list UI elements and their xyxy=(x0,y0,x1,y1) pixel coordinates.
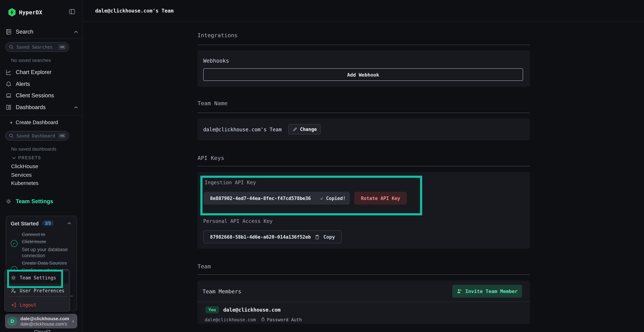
copied-indicator: ✓ Copied! xyxy=(320,196,346,201)
section-divider xyxy=(198,113,530,113)
invite-team-member-button[interactable]: Invite Team Member xyxy=(452,285,522,298)
team-members-label: Team Members xyxy=(202,288,241,295)
user-subtitle: dale@clickhouse.com's xyxy=(20,322,67,327)
search-icon xyxy=(9,134,14,138)
shortcut-badge: ⌘K xyxy=(58,44,66,50)
saved-dashboards-field[interactable] xyxy=(16,133,56,139)
preset-services[interactable]: Services xyxy=(11,172,32,178)
brand-title: HyperDX xyxy=(19,9,42,16)
add-webhook-label: Add Webhook xyxy=(347,72,379,78)
chart-icon xyxy=(5,69,12,76)
section-title-team-name: Team Name xyxy=(198,100,228,106)
preset-clickhouse[interactable]: ClickHouse xyxy=(11,163,38,169)
gear-icon xyxy=(5,198,12,205)
sidebar-item-dashboards[interactable]: Dashboards xyxy=(0,103,83,112)
menu-item-logout[interactable]: Logout xyxy=(6,299,68,311)
account-popup-menu: Team Settings User Preferences Logout xyxy=(4,270,70,312)
ingestion-api-key-chip[interactable]: 8e887902-4ed7-44ea-8fec-f47cd578be36 ✓ C… xyxy=(203,192,350,205)
hyperdx-logo-icon xyxy=(8,8,16,17)
menu-item-user-preferences[interactable]: User Preferences xyxy=(6,284,68,296)
shortcut-badge: ⌘K xyxy=(58,133,66,138)
get-started-progress-badge: 2/3 xyxy=(42,220,54,226)
saved-searches-field[interactable] xyxy=(16,44,56,50)
ingestion-api-key-value: 8e887902-4ed7-44ea-8fec-f47cd578be36 xyxy=(210,196,311,201)
logout-icon xyxy=(10,302,16,308)
sidebar-item-label: Client Sessions xyxy=(16,92,54,99)
get-started-item-subtitle: Set up your database connection xyxy=(22,246,73,259)
create-dashboard-button[interactable]: + Create Dashboard xyxy=(10,118,58,127)
get-started-item-title[interactable]: Connect to ClickHouse xyxy=(22,231,69,246)
webhooks-label: Webhooks xyxy=(203,58,229,64)
app-screen: HyperDX Search ⌘ xyxy=(0,0,644,332)
sidebar-item-label: Dashboards xyxy=(16,104,46,110)
member-email: dale@clickhouse.com xyxy=(205,317,256,322)
avatar: D xyxy=(8,316,17,326)
presets-label: PRESETS xyxy=(18,156,41,160)
menu-label: User Preferences xyxy=(20,288,64,293)
sidebar-divider xyxy=(0,38,83,39)
lock-icon xyxy=(260,316,266,322)
sidebar-divider xyxy=(0,115,83,116)
user-name: dale@clickhouse.com xyxy=(20,316,69,321)
invite-team-member-label: Invite Team Member xyxy=(465,288,518,294)
section-divider xyxy=(198,166,530,166)
check-circle-icon: ✓ xyxy=(11,240,18,247)
dashboard-grid-icon xyxy=(5,104,12,110)
bell-icon xyxy=(5,81,12,87)
add-webhook-button[interactable]: Add Webhook xyxy=(203,68,523,81)
sidebar-item-team-settings[interactable]: Team Settings xyxy=(0,197,83,206)
gear-icon xyxy=(10,274,16,281)
menu-label: Team Settings xyxy=(20,275,56,280)
plus-icon: + xyxy=(10,119,13,126)
sidebar-section-search[interactable]: Search xyxy=(0,27,83,36)
section-divider xyxy=(198,45,530,45)
card-divider xyxy=(198,302,530,302)
chevron-down-icon xyxy=(12,156,16,159)
member-auth-type: Password Auth xyxy=(267,317,302,322)
section-title-team: Team xyxy=(198,263,211,270)
team-name-value: dale@clickhouse.com's Team xyxy=(203,127,282,132)
get-started-item-title[interactable]: Create Data Sources xyxy=(22,260,79,267)
personal-api-key-label: Personal API Access Key xyxy=(203,218,273,224)
section-divider xyxy=(198,274,530,275)
clipboard-icon xyxy=(314,234,320,240)
sidebar-item-chart-explorer[interactable]: Chart Explorer xyxy=(0,68,83,77)
laptop-icon xyxy=(5,92,12,99)
rotate-api-key-button[interactable]: Rotate API Key xyxy=(354,192,407,205)
menu-item-team-settings[interactable]: Team Settings xyxy=(6,272,68,284)
sidebar-team-settings-label: Team Settings xyxy=(16,198,53,205)
collapse-sidebar-icon[interactable] xyxy=(69,8,76,15)
sidebar-search-label: Search xyxy=(16,28,33,35)
user-gear-icon xyxy=(10,288,16,294)
chevron-up-icon xyxy=(74,30,78,33)
page-title: dale@clickhouse.com's Team xyxy=(95,8,174,14)
rotate-api-key-label: Rotate API Key xyxy=(361,196,400,201)
section-title-integrations: Integrations xyxy=(198,32,238,39)
preset-kubernetes[interactable]: Kubernetes xyxy=(11,180,38,186)
sidebar-item-label: Alerts xyxy=(16,81,30,87)
change-label: Change xyxy=(300,127,317,132)
sidebar-item-alerts[interactable]: Alerts xyxy=(0,80,83,89)
saved-dashboards-input[interactable]: ⌘K xyxy=(5,131,69,140)
pencil-icon xyxy=(292,127,298,132)
chevron-up-icon xyxy=(74,106,78,108)
sidebar-item-label: Chart Explorer xyxy=(16,69,52,76)
you-badge: You xyxy=(205,306,219,314)
personal-api-key-chip[interactable]: 87982668-58b1-4d6e-a620-014a136f52eb Cop… xyxy=(203,230,342,243)
change-team-name-button[interactable]: Change xyxy=(288,124,320,134)
journal-search-icon xyxy=(5,28,12,35)
section-title-api-keys: API Keys xyxy=(198,155,224,161)
copy-button[interactable]: Copy xyxy=(324,234,335,240)
menu-divider xyxy=(8,296,67,296)
saved-searches-input[interactable]: ⌘K xyxy=(5,42,69,52)
ingestion-api-key-label: Ingestion API Key xyxy=(205,180,256,185)
chevron-up-icon[interactable] xyxy=(67,222,71,225)
no-saved-dashboards-text: No saved dashboards xyxy=(11,146,56,152)
sidebar-item-client-sessions[interactable]: Client Sessions xyxy=(0,91,83,100)
personal-api-key-value: 87982668-58b1-4d6e-a620-014a136f52eb xyxy=(210,234,311,240)
presets-toggle[interactable]: PRESETS xyxy=(12,155,41,161)
person-plus-icon xyxy=(457,288,462,294)
page-header: dale@clickhouse.com's Team xyxy=(83,0,644,22)
user-account-chip[interactable]: D dale@clickhouse.com dale@clickhouse.co… xyxy=(5,314,77,328)
member-name: dale@clickhouse.com xyxy=(223,307,280,313)
